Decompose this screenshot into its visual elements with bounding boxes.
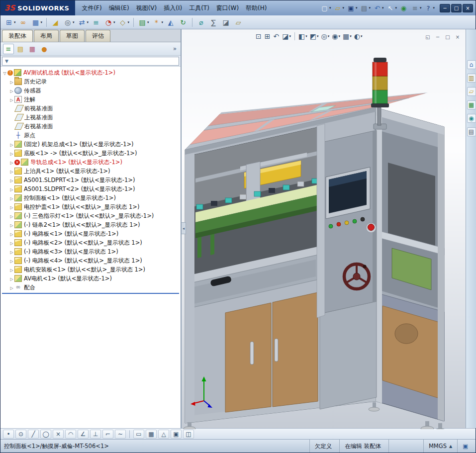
motion-study-icon[interactable]: ↻ (178, 16, 189, 28)
expand-arrow-icon[interactable] (9, 257, 14, 264)
circle-icon[interactable]: ⊙ (15, 430, 26, 439)
reference-geometry-icon[interactable]: ◇ ▾ (117, 16, 131, 28)
quick-tips-icon[interactable]: ▣ (457, 440, 476, 453)
expand-arrow-icon[interactable] (9, 141, 14, 148)
expand-arrow-icon[interactable] (9, 87, 14, 94)
corner-rectangle-icon[interactable]: ⌐ (102, 430, 113, 439)
section-view-icon[interactable]: ◪ (220, 16, 232, 28)
propertymanager-tab-icon[interactable]: ▤ (15, 44, 26, 54)
tree-item[interactable]: (-) 链条2<1> (默认<<默认>_显示状态 1>) (0, 220, 181, 229)
spline-icon[interactable]: ~ (115, 430, 126, 439)
expand-arrow-icon[interactable] (9, 275, 14, 282)
tab-layout[interactable]: 布局 (34, 30, 59, 42)
expand-arrow-icon[interactable] (9, 177, 14, 183)
dimxpertmanager-tab-icon[interactable]: ● (39, 44, 50, 54)
tree-item[interactable]: (-) 电路板<4> (默认<<默认>_显示状态 1>) (0, 256, 181, 265)
tree-collapse-handle[interactable]: ◂ (182, 222, 186, 234)
unit-system-selector[interactable]: MMGS ▲ (423, 440, 457, 453)
separator[interactable] (192, 18, 192, 27)
emergency-stop-button[interactable] (366, 223, 376, 233)
expand-arrow-icon[interactable] (2, 69, 7, 76)
tree-item[interactable]: 底板<1> -> (默认<<默认>_显示状态-1>) (0, 149, 181, 158)
configurationmanager-tab-icon[interactable]: ▦ (27, 44, 38, 54)
rebuild-icon[interactable]: ◉ (398, 2, 409, 13)
expand-arrow-icon[interactable] (9, 230, 14, 237)
door-handle-left[interactable] (250, 342, 254, 364)
menu-window[interactable]: 窗口(W) (213, 3, 242, 13)
featuremanager-tab-icon[interactable]: ≡ (3, 44, 14, 54)
machine-model-3d[interactable] (182, 29, 466, 429)
display-style-icon[interactable]: ◩ ▾ (309, 32, 319, 40)
interference-detection-icon[interactable]: ◭ (165, 16, 177, 28)
mate-icon[interactable]: ∞ (18, 16, 29, 28)
options-icon[interactable]: ≡ ▾ (410, 2, 423, 13)
custom-properties-icon[interactable]: ▤ (467, 127, 476, 136)
menu-view[interactable]: 视图(V) (133, 3, 161, 13)
tree-item[interactable]: 注解 (0, 95, 181, 104)
zoom-area-icon[interactable]: ⊞ (264, 32, 272, 40)
tab-sketch[interactable]: 草图 (60, 30, 85, 42)
apply-scene-icon[interactable]: ▦ ▾ (342, 32, 352, 40)
grid-snap-icon[interactable]: ▦ (146, 430, 157, 439)
expand-arrow-icon[interactable] (9, 168, 14, 175)
tree-item[interactable]: 导轨总成<1> (默认<显示状态-1>) (0, 158, 181, 167)
view-orientation-icon[interactable]: ◧ ▾ (298, 32, 308, 40)
tree-item[interactable]: AS001.SLDPRT<2> (默认<显示状态-1>) (0, 184, 181, 193)
view-palette-icon[interactable]: ▦ (467, 100, 476, 109)
measure-icon[interactable]: ⌀ (195, 16, 207, 28)
window-restore-icon[interactable]: ◱ (424, 33, 432, 40)
solidworks-resources-icon[interactable]: ⌂ (467, 60, 476, 69)
tab-assembly[interactable]: 装配体 (2, 30, 33, 42)
expand-arrow-icon[interactable] (9, 185, 14, 192)
expand-arrow-icon[interactable] (9, 78, 14, 85)
tree-item[interactable]: 电机安装板<1> (默认<<默认>_显示状态 1>) (0, 265, 181, 274)
separator[interactable] (294, 32, 295, 40)
split-pane-icon[interactable]: ◫ (183, 430, 194, 439)
expand-arrow-icon[interactable] (9, 248, 14, 255)
tree-item[interactable]: (-) 电路板<3> (默认<显示状态 1>) (0, 247, 181, 256)
rollback-bar[interactable] (2, 293, 179, 294)
previous-view-icon[interactable]: ↶ (273, 32, 280, 40)
menu-edit[interactable]: 编辑(E) (105, 3, 133, 13)
trim-entities-icon[interactable]: × (53, 430, 64, 439)
tree-item[interactable]: (-) 电路板<1> (默认<显示状态-1>) (0, 229, 181, 238)
expand-arrow-icon[interactable] (9, 159, 14, 166)
tree-item[interactable]: 控制面板<1> (默认<显示状态-1>) (0, 193, 181, 202)
convert-entities-icon[interactable]: ▭ (133, 430, 144, 439)
assembly-features-icon[interactable]: ◔ ▾ (103, 16, 116, 28)
expand-arrow-icon[interactable] (9, 266, 14, 273)
insert-components-icon[interactable]: ⊞ ▾ (3, 16, 17, 28)
zoom-fit-icon[interactable]: ⊡ (255, 32, 263, 40)
expand-arrow-icon[interactable] (9, 284, 14, 291)
section-view-icon[interactable]: ◪ ▾ (282, 32, 291, 40)
window-maximize-icon[interactable]: □ (444, 33, 452, 40)
new-file-icon[interactable]: ▢ ▾ (319, 2, 332, 13)
angle-dimension-icon[interactable]: ∠ (78, 430, 89, 439)
machine-right-frame[interactable] (376, 107, 444, 421)
view-settings-icon[interactable]: ◐ ▾ (354, 32, 363, 40)
close-button[interactable]: × (463, 4, 473, 12)
panel-expand-chevron[interactable]: » (173, 45, 178, 52)
exploded-view-icon[interactable]: * ▾ (151, 16, 165, 28)
expand-arrow-icon[interactable] (9, 194, 14, 201)
point-icon[interactable]: • (3, 430, 14, 439)
show-hidden-components-icon[interactable]: ◎ ▾ (62, 16, 76, 28)
window-close-icon[interactable]: × (454, 33, 462, 40)
tree-item[interactable]: 前视基准面 (0, 104, 181, 113)
undo-icon[interactable]: ↶ ▾ (372, 2, 385, 13)
design-library-icon[interactable]: ▥ (467, 74, 476, 83)
expand-arrow-icon[interactable] (9, 212, 14, 219)
separator[interactable] (46, 18, 47, 27)
tree-item[interactable]: 电控护盖<1> (默认<<默认>_显示状态 1>) (0, 202, 181, 211)
cabinet-door-right[interactable] (273, 292, 318, 407)
tree-item[interactable]: 上治具<1> (默认<显示状态-1>) (0, 167, 181, 176)
mass-properties-icon[interactable]: ∑ (208, 16, 219, 28)
expand-arrow-icon[interactable] (9, 239, 14, 246)
expand-arrow-icon[interactable] (9, 203, 14, 210)
appearances-scenes-icon[interactable]: ◉ (467, 114, 476, 123)
move-component-icon[interactable]: ⇄ ▾ (77, 16, 90, 28)
perpendicular-relation-icon[interactable]: ⊥ (90, 430, 101, 439)
tree-item[interactable]: 上视基准面 (0, 113, 181, 122)
expand-arrow-icon[interactable] (9, 150, 14, 157)
open-file-icon[interactable]: ▱ ▾ (332, 2, 345, 13)
